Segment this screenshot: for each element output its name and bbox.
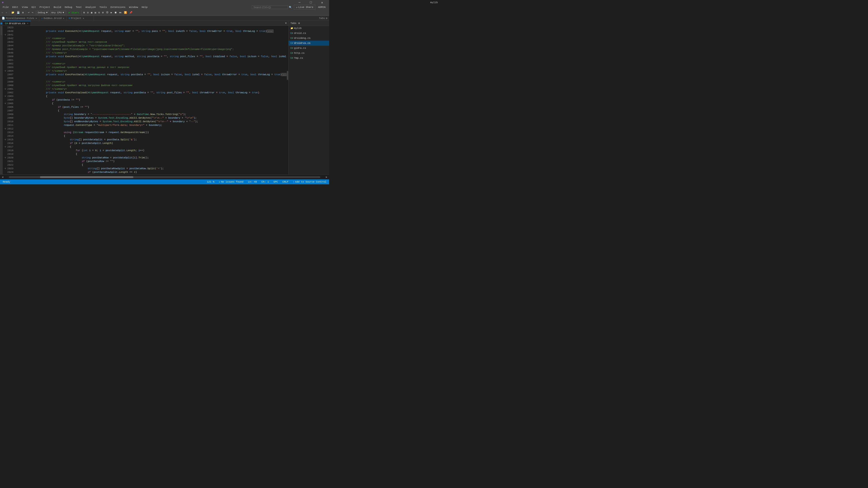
toolbar-save-all-button[interactable]: ⊞ [21, 10, 25, 15]
title-bar-controls: ─ □ ✕ [294, 0, 327, 5]
status-no-issues[interactable]: ⊘ No issues found [218, 180, 244, 184]
tab-dubbus[interactable]: ✦ DubBus.Droid ✕ [39, 16, 67, 21]
tab-bar-right: Tabs ⚙ [317, 16, 329, 21]
maximize-button[interactable]: □ [306, 0, 316, 5]
menu-view[interactable]: View [20, 5, 30, 9]
status-encoding[interactable]: SPC [273, 180, 279, 184]
tabs-settings-icon[interactable]: ⚙ [326, 17, 327, 20]
file-icon-tmp: C# [290, 57, 293, 59]
menu-build[interactable]: Build [52, 5, 63, 9]
right-panel: Tabs ⚙ 📁 mylib C# droid.cs C# droideng.c… [288, 21, 329, 174]
status-source-control[interactable]: ↑ Add to Source Control [292, 180, 327, 184]
vertical-scrollbar[interactable] [287, 26, 288, 174]
code-lines-container: private void ExecAuth(HttpWebRequest req… [15, 26, 287, 174]
status-line-ending[interactable]: CRLF [281, 180, 289, 184]
tab-close-project[interactable]: ✕ [82, 17, 85, 20]
fold-icon-2920[interactable]: ⊟ [4, 157, 6, 159]
fold-icon-2905[interactable]: ⊟ [4, 102, 6, 105]
line-number-2915: ⊟2915 [3, 138, 13, 141]
horizontal-scroll-thumb[interactable] [40, 176, 133, 178]
fold-icon-2901[interactable]: ⊟ [4, 88, 6, 90]
toolbar-extra-5[interactable]: ⊟ [97, 10, 101, 15]
line-number-2903: ⊟2903 [3, 94, 13, 98]
status-zoom-label: 121 % [207, 181, 214, 183]
platform-dropdown[interactable]: Any CPU ▼ [50, 10, 65, 15]
toolbar-extra-8[interactable]: ▶ [110, 10, 113, 15]
toolbar-forward-button[interactable]: → [5, 10, 8, 15]
tabs-list-item-gidra[interactable]: C# gidra.cs [289, 46, 329, 51]
toolbar-extra-1[interactable]: ⊞ [83, 10, 86, 15]
code-line-2823: private void ExecAuth(HttpWebRequest req… [15, 26, 287, 29]
fold-icon-2917[interactable]: ⊟ [4, 146, 6, 148]
status-char-info[interactable]: Ch: 1 [260, 180, 270, 184]
toolbar-extra-9[interactable]: ⏹ [114, 10, 118, 15]
start-button[interactable]: ▶ Start [68, 10, 80, 15]
horizontal-scroll-track[interactable] [9, 176, 320, 178]
start-label: ▶ Start [69, 11, 79, 14]
tab-droidrus[interactable]: C# droidrus.cs ✕ [3, 21, 31, 26]
tab-close-dubbus[interactable]: ✕ [62, 17, 65, 20]
code-content[interactable]: private void ExecAuth(HttpWebRequest req… [15, 26, 287, 174]
menu-file[interactable]: File [1, 5, 10, 9]
live-share-button[interactable]: ↗ Live Share [294, 5, 315, 10]
menu-debug[interactable]: Debug [63, 5, 74, 9]
fold-icon-2915[interactable]: ⊟ [4, 138, 6, 141]
menu-tools[interactable]: Tools [98, 5, 109, 9]
tabs-list-item-http[interactable]: C# http.cs [289, 51, 329, 56]
menu-edit[interactable]: Edit [10, 5, 20, 9]
toolbar-extra-2[interactable]: ⊡ [86, 10, 90, 15]
search-input[interactable] [252, 5, 288, 9]
toolbar-extra-10[interactable]: ⏭ [118, 10, 123, 15]
status-zoom[interactable]: 121 % [206, 180, 215, 184]
file-icon-droid: C# [290, 32, 293, 35]
debug-mode-dropdown[interactable]: Debug ▼ [37, 10, 49, 15]
toolbar-redo-button[interactable]: ↪ [31, 10, 34, 15]
tabs-list-item-droideng[interactable]: C# droideng.cs [289, 36, 329, 41]
menu-analyze[interactable]: Analyze [84, 5, 98, 9]
line-number-2899: 2899 [3, 80, 13, 84]
tab-close-misc[interactable]: ✕ [35, 17, 37, 20]
line-number-2916: 2916 [3, 141, 13, 145]
toolbar-open-button[interactable]: 📁 [10, 10, 16, 15]
toolbar-save-button[interactable]: 💾 [16, 10, 21, 15]
toolbar-extra-6[interactable]: ⊞ [101, 10, 105, 15]
scroll-left-btn[interactable]: ◀ [2, 175, 4, 178]
toolbar-undo-button[interactable]: ↩ [27, 10, 31, 15]
menu-test[interactable]: Test [74, 5, 84, 9]
line-number-2840: 2840 [3, 29, 13, 33]
toolbar-extra-7[interactable]: ⦿ [105, 10, 110, 15]
menu-project[interactable]: Project [38, 5, 52, 9]
fold-icon-2864[interactable]: ⊟ [4, 70, 6, 72]
status-line-info[interactable]: Ln: 48 [247, 180, 258, 184]
close-button[interactable]: ✕ [317, 0, 327, 5]
fold-icon-2923[interactable]: ⊟ [4, 167, 6, 170]
tabs-header-settings-icon[interactable]: ⚙ [298, 22, 300, 25]
tab-project[interactable]: ⚙ Project ✕ [67, 16, 94, 21]
toolbar-extra-11[interactable]: ⏬ [123, 10, 128, 15]
tabs-list-item-tmp[interactable]: C# Tmp.cs [289, 56, 329, 61]
menu-help[interactable]: Help [140, 5, 149, 9]
activity-bar [0, 21, 3, 174]
fold-icon-2841[interactable]: ⊟ [4, 34, 6, 36]
tab-close-droidrus[interactable]: ✕ [27, 22, 28, 25]
toolbar-extra-4[interactable]: ▤ [94, 10, 97, 15]
minimize-button[interactable]: ─ [294, 0, 305, 5]
fold-icon-2912[interactable]: ⊟ [4, 128, 6, 130]
dropdown-arrow-icon[interactable]: ▼ [285, 22, 287, 25]
toolbar-back-button[interactable]: ← [1, 10, 4, 15]
menu-git[interactable]: Git [30, 5, 38, 9]
status-ready[interactable]: Ready [2, 180, 11, 184]
fold-icon-2903[interactable]: ⊟ [4, 95, 6, 97]
tabs-list-item-droidrus[interactable]: C# droidrus.cs [289, 41, 329, 46]
tab-misc-files[interactable]: 📄 Miscellaneous Files ✕ [0, 16, 39, 21]
scrollbar-thumb[interactable] [287, 71, 288, 80]
tabs-list-item-droid[interactable]: C# droid.cs [289, 31, 329, 36]
menu-window[interactable]: Window [127, 5, 140, 9]
tabs-list-item-mylib[interactable]: 📁 mylib [289, 26, 329, 31]
toolbar-extra-3[interactable]: ▣ [90, 10, 93, 15]
menu-extensions[interactable]: Extensions [109, 5, 127, 9]
toolbar-extra-12[interactable]: 📌 [128, 10, 133, 15]
inner-tab-right: ▼ [285, 21, 288, 26]
scroll-right-btn[interactable]: ▶ [325, 175, 327, 178]
line-number-2914: 2914 [3, 134, 13, 138]
